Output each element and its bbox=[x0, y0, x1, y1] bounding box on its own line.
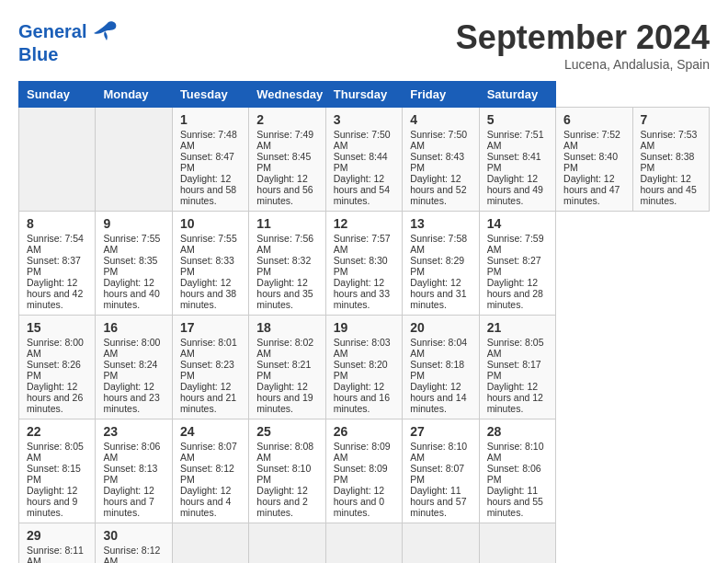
daylight-text: Daylight: 12 hours and 31 minutes. bbox=[410, 277, 466, 310]
day-number: 28 bbox=[487, 424, 548, 439]
sunset-text: Sunset: 8:43 PM bbox=[410, 151, 464, 173]
month-title: September 2024 bbox=[456, 18, 710, 57]
weekday-header-thursday: Thursday bbox=[325, 82, 402, 108]
sunrise-text: Sunrise: 7:55 AM bbox=[103, 233, 160, 255]
sunrise-text: Sunrise: 7:54 AM bbox=[27, 233, 84, 255]
sunset-text: Sunset: 8:13 PM bbox=[103, 463, 157, 485]
calendar-cell bbox=[325, 523, 402, 564]
calendar-cell: 20 Sunrise: 8:04 AM Sunset: 8:18 PM Dayl… bbox=[403, 316, 479, 419]
calendar-cell: 5 Sunrise: 7:51 AM Sunset: 8:41 PM Dayli… bbox=[479, 108, 555, 212]
header-row: SundayMondayTuesdayWednesdayThursdayFrid… bbox=[19, 82, 710, 108]
sunset-text: Sunset: 8:33 PM bbox=[180, 255, 234, 277]
calendar-cell: 17 Sunrise: 8:01 AM Sunset: 8:23 PM Dayl… bbox=[172, 316, 248, 419]
sunset-text: Sunset: 8:29 PM bbox=[410, 255, 464, 277]
sunrise-text: Sunrise: 8:10 AM bbox=[410, 441, 467, 463]
daylight-text: Daylight: 12 hours and 2 minutes. bbox=[256, 485, 307, 518]
day-number: 20 bbox=[410, 320, 471, 335]
calendar-cell: 25 Sunrise: 8:08 AM Sunset: 8:10 PM Dayl… bbox=[249, 419, 325, 523]
daylight-text: Daylight: 12 hours and 56 minutes. bbox=[256, 173, 313, 206]
calendar-cell: 14 Sunrise: 7:59 AM Sunset: 8:27 PM Dayl… bbox=[479, 212, 555, 316]
calendar-cell: 1 Sunrise: 7:48 AM Sunset: 8:47 PM Dayli… bbox=[172, 108, 248, 212]
sunrise-text: Sunrise: 8:00 AM bbox=[103, 337, 160, 359]
sunset-text: Sunset: 8:17 PM bbox=[487, 359, 541, 381]
daylight-text: Daylight: 12 hours and 42 minutes. bbox=[27, 277, 83, 310]
sunrise-text: Sunrise: 8:05 AM bbox=[487, 337, 544, 359]
sunset-text: Sunset: 8:30 PM bbox=[334, 255, 388, 277]
calendar-cell: 8 Sunrise: 7:54 AM Sunset: 8:37 PM Dayli… bbox=[19, 212, 96, 316]
day-number: 21 bbox=[487, 320, 548, 335]
day-number: 23 bbox=[103, 424, 164, 439]
daylight-text: Daylight: 12 hours and 47 minutes. bbox=[563, 173, 620, 206]
sunset-text: Sunset: 8:26 PM bbox=[27, 359, 81, 381]
day-number: 17 bbox=[180, 320, 241, 335]
calendar-cell: 9 Sunrise: 7:55 AM Sunset: 8:35 PM Dayli… bbox=[96, 212, 172, 316]
calendar-cell: 10 Sunrise: 7:55 AM Sunset: 8:33 PM Dayl… bbox=[172, 212, 248, 316]
calendar-cell: 4 Sunrise: 7:50 AM Sunset: 8:43 PM Dayli… bbox=[403, 108, 479, 212]
calendar-cell bbox=[249, 523, 325, 564]
logo: General Blue bbox=[18, 18, 119, 64]
calendar-cell: 26 Sunrise: 8:09 AM Sunset: 8:09 PM Dayl… bbox=[325, 419, 402, 523]
day-number: 18 bbox=[256, 320, 317, 335]
sunrise-text: Sunrise: 8:04 AM bbox=[410, 337, 467, 359]
day-number: 29 bbox=[27, 528, 87, 543]
calendar-cell: 13 Sunrise: 7:58 AM Sunset: 8:29 PM Dayl… bbox=[403, 212, 479, 316]
calendar-cell: 15 Sunrise: 8:00 AM Sunset: 8:26 PM Dayl… bbox=[19, 316, 96, 419]
sunset-text: Sunset: 8:07 PM bbox=[410, 463, 464, 485]
weekday-header-wednesday: Wednesday bbox=[249, 82, 325, 108]
sunrise-text: Sunrise: 7:57 AM bbox=[334, 233, 391, 255]
sunrise-text: Sunrise: 7:53 AM bbox=[641, 129, 698, 151]
daylight-text: Daylight: 12 hours and 40 minutes. bbox=[103, 277, 159, 310]
daylight-text: Daylight: 12 hours and 9 minutes. bbox=[27, 485, 77, 518]
sunrise-text: Sunrise: 8:07 AM bbox=[180, 441, 237, 463]
daylight-text: Daylight: 12 hours and 28 minutes. bbox=[487, 277, 543, 310]
calendar-cell: 27 Sunrise: 8:10 AM Sunset: 8:07 PM Dayl… bbox=[403, 419, 479, 523]
sunset-text: Sunset: 8:38 PM bbox=[641, 151, 695, 173]
calendar-cell: 19 Sunrise: 8:03 AM Sunset: 8:20 PM Dayl… bbox=[325, 316, 402, 419]
calendar-cell bbox=[172, 523, 248, 564]
calendar-cell: 22 Sunrise: 8:05 AM Sunset: 8:15 PM Dayl… bbox=[19, 419, 96, 523]
calendar-week-2: 15 Sunrise: 8:00 AM Sunset: 8:26 PM Dayl… bbox=[19, 316, 710, 419]
sunrise-text: Sunrise: 8:09 AM bbox=[334, 441, 391, 463]
sunrise-text: Sunrise: 7:52 AM bbox=[563, 129, 620, 151]
day-number: 30 bbox=[103, 528, 164, 543]
day-number: 1 bbox=[180, 112, 241, 127]
day-number: 22 bbox=[27, 424, 87, 439]
daylight-text: Daylight: 12 hours and 52 minutes. bbox=[410, 173, 466, 206]
sunset-text: Sunset: 8:12 PM bbox=[180, 463, 234, 485]
calendar-cell: 6 Sunrise: 7:52 AM Sunset: 8:40 PM Dayli… bbox=[556, 108, 632, 212]
calendar-table: SundayMondayTuesdayWednesdayThursdayFrid… bbox=[18, 81, 710, 563]
day-number: 27 bbox=[410, 424, 471, 439]
sunrise-text: Sunrise: 8:11 AM bbox=[27, 545, 84, 563]
calendar-cell: 24 Sunrise: 8:07 AM Sunset: 8:12 PM Dayl… bbox=[172, 419, 248, 523]
daylight-text: Daylight: 12 hours and 54 minutes. bbox=[334, 173, 390, 206]
daylight-text: Daylight: 12 hours and 58 minutes. bbox=[180, 173, 236, 206]
day-number: 7 bbox=[641, 112, 702, 127]
sunrise-text: Sunrise: 8:05 AM bbox=[27, 441, 84, 463]
day-number: 9 bbox=[103, 216, 164, 231]
day-number: 2 bbox=[256, 112, 317, 127]
calendar-cell bbox=[96, 108, 172, 212]
sunset-text: Sunset: 8:15 PM bbox=[27, 463, 81, 485]
sunrise-text: Sunrise: 8:01 AM bbox=[180, 337, 237, 359]
daylight-text: Daylight: 12 hours and 35 minutes. bbox=[256, 277, 313, 310]
calendar-cell bbox=[19, 108, 96, 212]
sunset-text: Sunset: 8:24 PM bbox=[103, 359, 157, 381]
location: Lucena, Andalusia, Spain bbox=[456, 57, 710, 72]
weekday-header-sunday: Sunday bbox=[19, 82, 96, 108]
day-number: 26 bbox=[334, 424, 394, 439]
weekday-header-saturday: Saturday bbox=[479, 82, 555, 108]
day-number: 8 bbox=[27, 216, 87, 231]
sunrise-text: Sunrise: 7:51 AM bbox=[487, 129, 544, 151]
sunrise-text: Sunrise: 8:06 AM bbox=[103, 441, 160, 463]
daylight-text: Daylight: 12 hours and 33 minutes. bbox=[334, 277, 390, 310]
sunrise-text: Sunrise: 7:59 AM bbox=[487, 233, 544, 255]
sunset-text: Sunset: 8:21 PM bbox=[256, 359, 311, 381]
daylight-text: Daylight: 12 hours and 49 minutes. bbox=[487, 173, 543, 206]
calendar-cell bbox=[479, 523, 555, 564]
sunrise-text: Sunrise: 7:56 AM bbox=[256, 233, 313, 255]
calendar-cell: 11 Sunrise: 7:56 AM Sunset: 8:32 PM Dayl… bbox=[249, 212, 325, 316]
daylight-text: Daylight: 12 hours and 12 minutes. bbox=[487, 381, 543, 414]
weekday-header-friday: Friday bbox=[403, 82, 479, 108]
daylight-text: Daylight: 12 hours and 19 minutes. bbox=[256, 381, 313, 414]
sunset-text: Sunset: 8:40 PM bbox=[563, 151, 618, 173]
